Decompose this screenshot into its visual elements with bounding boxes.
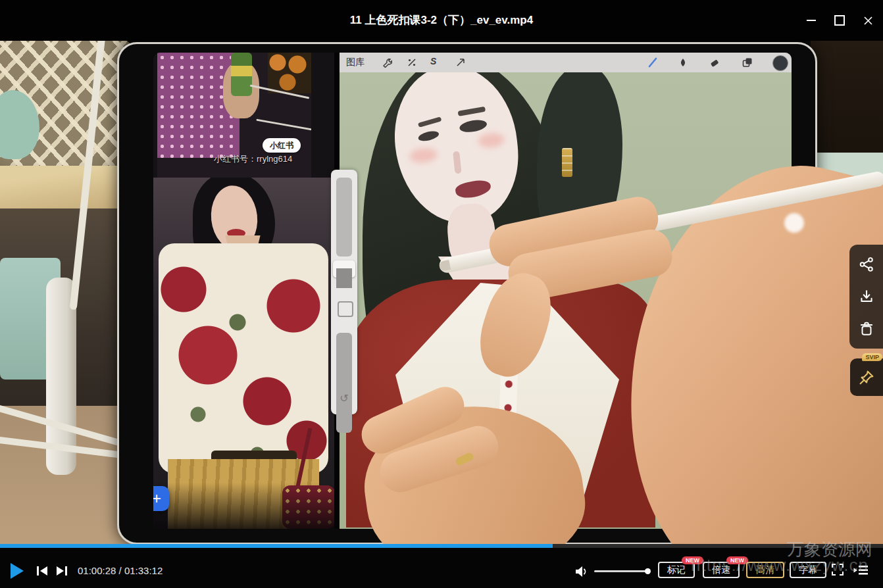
volume-slider[interactable] [594, 570, 648, 572]
reference-photo-main [153, 178, 334, 529]
eraser-icon [709, 57, 720, 68]
pin-icon [857, 368, 876, 387]
painting-eye [417, 130, 440, 143]
speed-button[interactable]: 倍速NEW [703, 562, 740, 578]
control-bar: 01:00:28 / 01:33:12 标记NEW 倍速NEW 高清 字幕 [0, 548, 883, 588]
painting-brow [418, 116, 442, 128]
painting-eye [459, 118, 488, 134]
time-display: 01:00:28 / 01:33:12 [78, 565, 163, 576]
close-button[interactable] [857, 9, 879, 32]
subtitle-button[interactable]: 字幕 [790, 562, 826, 578]
painting-blush [409, 147, 438, 164]
xiaohongshu-badge: 小红书 [263, 138, 301, 153]
procreate-toolbar: 图库 S [340, 53, 792, 73]
subtitle-label: 字幕 [799, 564, 817, 576]
orange-fruits [268, 53, 311, 93]
adjust-icon [407, 57, 417, 68]
next-button[interactable] [55, 565, 68, 577]
quality-button[interactable]: 高清 [746, 562, 784, 578]
volume-icon[interactable] [574, 564, 590, 579]
smudge-icon [678, 57, 688, 68]
painting-earring [562, 148, 572, 177]
new-badge: NEW [682, 556, 703, 564]
fullscreen-button[interactable] [831, 563, 844, 576]
pencil-tip [439, 260, 451, 272]
volume-knob[interactable] [645, 568, 651, 574]
photo-fade [153, 483, 334, 529]
mark-button[interactable]: 标记NEW [658, 562, 695, 578]
xiaohongshu-handle: 小红书号：rrylng614 [214, 153, 292, 165]
pin-panel[interactable]: SVIP [850, 358, 883, 396]
svip-badge: SVIP [862, 353, 882, 361]
play-button[interactable] [11, 563, 24, 579]
share-icon[interactable] [858, 256, 875, 273]
close-icon [863, 16, 873, 26]
minimize-icon [807, 20, 816, 21]
reference-app-pane: 小红书 小红书号：rrylng614 + [153, 53, 334, 529]
painting-brow [457, 107, 486, 116]
minimize-button[interactable] [800, 9, 822, 32]
video-player-window: 11 上色死扣课3-2（下）_ev_ev.mp4 [0, 0, 883, 588]
shelf-line [256, 119, 311, 131]
move-icon [455, 57, 466, 68]
mark-label: 标记 [667, 564, 686, 576]
slider-dark-segment [336, 268, 352, 288]
brush-icon [647, 57, 658, 68]
playlist-button[interactable] [853, 564, 869, 576]
add-button: + [153, 486, 169, 511]
speed-label: 倍速 [712, 564, 730, 576]
window-controls [800, 0, 879, 41]
download-icon[interactable] [858, 288, 875, 305]
wrench-icon [382, 57, 392, 68]
modify-button [338, 301, 353, 317]
video-frame: 小红书 小红书号：rrylng614 + [0, 41, 883, 545]
previous-button[interactable] [36, 565, 49, 577]
color-circle [772, 55, 788, 71]
light-glare [784, 213, 804, 233]
procreate-sidebar: ↺ [331, 170, 357, 414]
green-can [231, 53, 252, 96]
maximize-button[interactable] [828, 9, 851, 32]
selection-icon: S [430, 56, 436, 66]
trash-icon[interactable] [858, 320, 875, 337]
painting-nose [453, 151, 461, 174]
new-badge: NEW [726, 556, 748, 564]
painting-lips [454, 178, 492, 201]
opacity-slider [336, 333, 352, 433]
brush-size-slider [336, 178, 352, 257]
painting-blush [478, 132, 505, 149]
window-title: 11 上色死扣课3-2（下）_ev_ev.mp4 [0, 0, 883, 41]
floral-shirt [159, 243, 328, 474]
maximize-icon [834, 15, 845, 26]
gallery-button: 图库 [346, 57, 365, 68]
title-bar: 11 上色死扣课3-2（下）_ev_ev.mp4 [0, 0, 883, 41]
floating-tool-panel [849, 245, 883, 349]
quality-label: 高清 [756, 564, 774, 576]
layers-icon [742, 57, 753, 68]
undo-icon: ↺ [331, 392, 357, 404]
